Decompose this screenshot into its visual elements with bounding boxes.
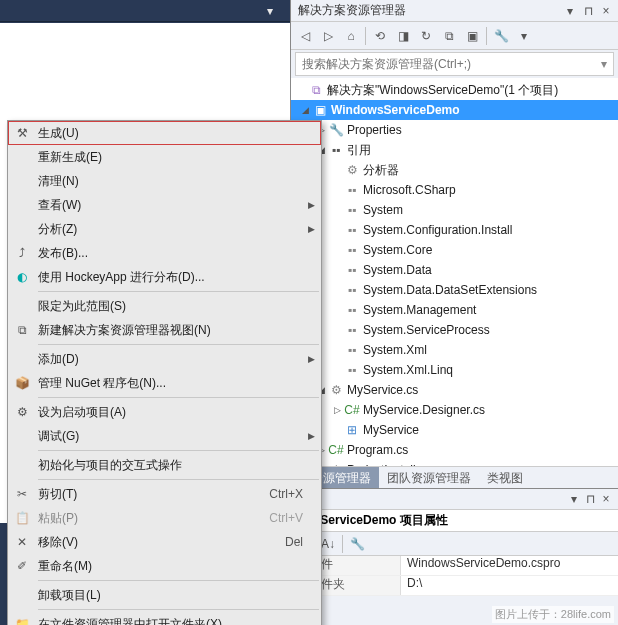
collapse-icon[interactable]: ⧉ (439, 26, 459, 46)
assembly-icon: ▪▪ (344, 222, 360, 238)
sync-icon[interactable]: ⟲ (370, 26, 390, 46)
wrench-icon[interactable]: 🔧 (347, 534, 367, 554)
tab-dropdown-icon[interactable]: ▾ (260, 1, 280, 21)
home-icon[interactable]: ⌂ (341, 26, 361, 46)
ref-item[interactable]: ▪▪System (291, 200, 618, 220)
menu-hockeyapp[interactable]: ◐使用 HockeyApp 进行分布(D)... (8, 265, 321, 289)
tab-team-explorer[interactable]: 团队资源管理器 (379, 467, 479, 488)
refresh-icon[interactable]: ↻ (416, 26, 436, 46)
menu-view[interactable]: 查看(W)▶ (8, 193, 321, 217)
props-row[interactable]: 文件夹 D:\ (291, 576, 618, 596)
panel-dropdown-icon[interactable]: ▾ (562, 3, 578, 19)
hockeyapp-icon: ◐ (8, 265, 36, 289)
search-input[interactable] (302, 57, 601, 71)
ref-item[interactable]: ▪▪System.Data.DataSetExtensions (291, 280, 618, 300)
ref-item[interactable]: ▪▪System.Xml.Linq (291, 360, 618, 380)
properties-node[interactable]: ▷ 🔧 Properties (291, 120, 618, 140)
cut-icon: ✂ (8, 482, 36, 506)
expander-icon[interactable]: ▷ (331, 404, 343, 416)
folder-icon: 📁 (8, 612, 36, 625)
menu-separator (38, 580, 319, 581)
references-node[interactable]: ◢ ▪▪ 引用 (291, 140, 618, 160)
menu-separator (38, 479, 319, 480)
node-label: System.Xml (363, 343, 427, 357)
properties-icon[interactable]: 🔧 (491, 26, 511, 46)
menu-interactive[interactable]: 初始化与项目的交互式操作 (8, 453, 321, 477)
menu-separator (38, 609, 319, 610)
cs-file-icon: C# (344, 402, 360, 418)
ref-item[interactable]: ▪▪System.Core (291, 240, 618, 260)
menu-separator (38, 344, 319, 345)
ref-item[interactable]: ▪▪System.Management (291, 300, 618, 320)
menu-separator (38, 450, 319, 451)
node-label: System (363, 203, 403, 217)
menu-analyze[interactable]: 分析(Z)▶ (8, 217, 321, 241)
paste-icon: 📋 (8, 506, 36, 530)
forward-icon[interactable]: ▷ (318, 26, 338, 46)
menu-clean[interactable]: 清理(N) (8, 169, 321, 193)
menu-add[interactable]: 添加(D)▶ (8, 347, 321, 371)
assembly-icon: ▪▪ (344, 182, 360, 198)
tab-class-view[interactable]: 类视图 (479, 467, 531, 488)
node-label: Properties (347, 123, 402, 137)
solution-node[interactable]: ⧉ 解决方案"WindowsServiceDemo"(1 个项目) (291, 80, 618, 100)
search-box[interactable]: ▾ (295, 52, 614, 76)
project-node[interactable]: ◢ ▣ WindowsServiceDemo (291, 100, 618, 120)
menu-paste[interactable]: 📋粘贴(P)Ctrl+V (8, 506, 321, 530)
ref-item[interactable]: ▪▪Microsoft.CSharp (291, 180, 618, 200)
props-object-name[interactable]: owsServiceDemo 项目属性 (291, 510, 618, 532)
assembly-icon: ▪▪ (344, 302, 360, 318)
pin-icon[interactable]: ⊓ (580, 3, 596, 19)
menu-open-in-explorer[interactable]: 📁在文件资源管理器中打开文件夹(X) (8, 612, 321, 625)
expander-icon[interactable]: ◢ (299, 104, 311, 116)
ref-analyzer[interactable]: ⚙分析器 (291, 160, 618, 180)
props-row[interactable]: 文件 WindowsServiceDemo.cspro (291, 556, 618, 576)
solution-explorer-panel: 解决方案资源管理器 ▾ ⊓ × ◁ ▷ ⌂ ⟲ ◨ ↻ ⧉ ▣ 🔧 ▾ ▾ (290, 0, 618, 625)
ref-item[interactable]: ▪▪System.Configuration.Install (291, 220, 618, 240)
menu-scope-to-this[interactable]: 限定为此范围(S) (8, 294, 321, 318)
assembly-icon: ▪▪ (344, 322, 360, 338)
panel-dropdown-icon[interactable]: ▾ (566, 491, 582, 507)
menu-remove[interactable]: ✕移除(V)Del (8, 530, 321, 554)
node-label: System.ServiceProcess (363, 323, 490, 337)
pending-icon[interactable]: ◨ (393, 26, 413, 46)
close-icon[interactable]: × (598, 491, 614, 507)
node-label: 解决方案"WindowsServiceDemo"(1 个项目) (327, 82, 558, 99)
file-program[interactable]: ▷C#Program.cs (291, 440, 618, 460)
watermark: 图片上传于：28life.com (492, 606, 614, 623)
node-label: WindowsServiceDemo (331, 103, 460, 117)
pin-icon[interactable]: ⊓ (582, 491, 598, 507)
menu-build[interactable]: ⚒生成(U) (8, 121, 321, 145)
ref-item[interactable]: ▪▪System.Xml (291, 340, 618, 360)
ref-item[interactable]: ▪▪System.ServiceProcess (291, 320, 618, 340)
ref-item[interactable]: ▪▪System.Data (291, 260, 618, 280)
menu-rebuild[interactable]: 重新生成(E) (8, 145, 321, 169)
close-icon[interactable]: × (598, 3, 614, 19)
node-label: System.Xml.Linq (363, 363, 453, 377)
search-dropdown-icon[interactable]: ▾ (601, 57, 607, 71)
assembly-icon: ▪▪ (344, 202, 360, 218)
show-all-icon[interactable]: ▣ (462, 26, 482, 46)
menu-unload[interactable]: 卸载项目(L) (8, 583, 321, 607)
window-icon: ⊞ (344, 422, 360, 438)
menu-new-solution-view[interactable]: ⧉新建解决方案资源管理器视图(N) (8, 318, 321, 342)
chevron-down-icon[interactable]: ▾ (514, 26, 534, 46)
file-myservice-designer[interactable]: ▷C#MyService.Designer.cs (291, 400, 618, 420)
menu-set-startup[interactable]: ⚙设为启动项目(A) (8, 400, 321, 424)
menu-cut[interactable]: ✂剪切(T)Ctrl+X (8, 482, 321, 506)
menu-rename[interactable]: ✐重命名(M) (8, 554, 321, 578)
node-label: System.Data.DataSetExtensions (363, 283, 537, 297)
menu-publish[interactable]: ⤴发布(B)... (8, 241, 321, 265)
panel-title: 解决方案资源管理器 (295, 2, 562, 19)
panel-header: 解决方案资源管理器 ▾ ⊓ × (291, 0, 618, 22)
props-value: WindowsServiceDemo.cspro (401, 556, 618, 575)
file-myservice[interactable]: ◢⚙MyService.cs (291, 380, 618, 400)
solution-tree[interactable]: ⧉ 解决方案"WindowsServiceDemo"(1 个项目) ◢ ▣ Wi… (291, 78, 618, 466)
back-icon[interactable]: ◁ (295, 26, 315, 46)
file-myservice-component[interactable]: ⊞MyService (291, 420, 618, 440)
menu-nuget[interactable]: 📦管理 NuGet 程序包(N)... (8, 371, 321, 395)
menu-debug[interactable]: 调试(G)▶ (8, 424, 321, 448)
new-view-icon: ⧉ (8, 318, 36, 342)
menu-separator (38, 397, 319, 398)
assembly-icon: ▪▪ (344, 242, 360, 258)
